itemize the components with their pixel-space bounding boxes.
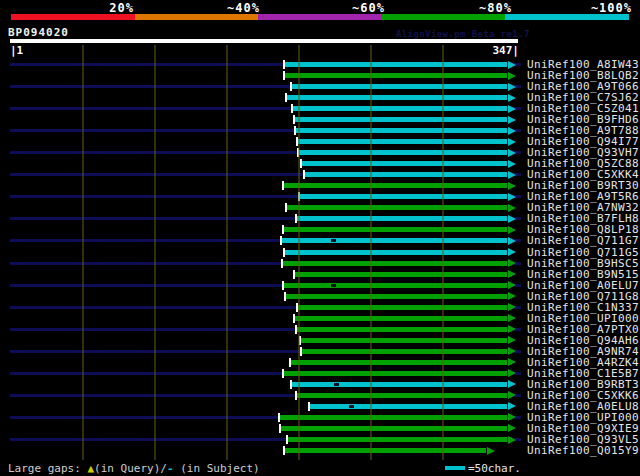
arrowhead-icon bbox=[508, 325, 516, 333]
alignment-bar[interactable] bbox=[288, 437, 507, 442]
alignment-bar[interactable] bbox=[295, 117, 507, 122]
alignment-start-tick bbox=[293, 314, 295, 323]
alignment-start-tick bbox=[283, 248, 285, 257]
alignment-bar[interactable] bbox=[296, 128, 507, 133]
alignment-bar[interactable] bbox=[285, 448, 486, 453]
alignment-bar[interactable] bbox=[302, 161, 507, 166]
alignment-bar[interactable] bbox=[295, 272, 507, 277]
alignment-bar[interactable] bbox=[301, 338, 507, 343]
arrowhead-icon bbox=[508, 424, 516, 432]
alignment-bar[interactable] bbox=[284, 227, 507, 232]
arrowhead-icon bbox=[508, 436, 516, 444]
hit-label[interactable]: UniRef100_Q711G7 bbox=[527, 235, 639, 246]
arrowhead-icon bbox=[508, 72, 516, 80]
alignment-bar[interactable] bbox=[299, 150, 507, 155]
alignment-start-tick bbox=[281, 259, 283, 268]
alignment-bar[interactable] bbox=[285, 62, 507, 67]
hit-label[interactable]: UniRef100_A0ELU7 bbox=[527, 280, 639, 291]
alignment-bar[interactable] bbox=[280, 415, 507, 420]
alignment-start-tick bbox=[295, 391, 297, 400]
alignment-start-tick bbox=[290, 380, 292, 389]
alignment-bar[interactable] bbox=[291, 360, 507, 365]
hit-label[interactable]: UniRef100_C1N337 bbox=[527, 302, 639, 313]
alignment-start-tick bbox=[279, 424, 281, 433]
arrowhead-icon bbox=[508, 226, 516, 234]
alignment-bar[interactable] bbox=[287, 205, 507, 210]
hit-label[interactable]: UniRef100_Q711G8 bbox=[527, 291, 639, 302]
arrowhead-icon bbox=[508, 83, 516, 91]
alignment-bar[interactable] bbox=[298, 305, 507, 310]
hit-label[interactable]: UniRef100_Q711G5 bbox=[527, 247, 639, 258]
alignment-bar[interactable] bbox=[305, 172, 507, 177]
alignment-bar[interactable] bbox=[297, 393, 507, 398]
alignment-start-tick bbox=[280, 236, 282, 245]
alignment-bar[interactable] bbox=[283, 261, 507, 266]
gridline bbox=[370, 45, 372, 460]
arrowhead-icon bbox=[508, 402, 516, 410]
hit-label[interactable]: UniRef100_Q015Y9 bbox=[527, 445, 639, 456]
alignment-bar[interactable] bbox=[282, 238, 507, 243]
alignment-bar[interactable] bbox=[284, 283, 507, 288]
arrowhead-icon bbox=[508, 380, 516, 388]
alignment-bar[interactable] bbox=[298, 139, 507, 144]
alignment-bar[interactable] bbox=[287, 95, 507, 100]
alignment-start-tick bbox=[300, 159, 302, 168]
arrowhead-icon bbox=[508, 105, 516, 113]
arrowhead-icon bbox=[508, 336, 516, 344]
query-scale-bar bbox=[10, 39, 518, 43]
gridline bbox=[226, 45, 228, 460]
alignment-bar[interactable] bbox=[285, 73, 507, 78]
alignment-bar[interactable] bbox=[286, 294, 507, 299]
legend-label-60: ~60% bbox=[315, 1, 385, 13]
legend-label-40: ~40% bbox=[190, 1, 260, 13]
alignment-bar[interactable] bbox=[295, 316, 507, 321]
alignment-start-tick bbox=[283, 71, 285, 80]
app-watermark: AlignView.pm Beta re1.7 bbox=[396, 29, 530, 39]
arrowhead-icon bbox=[508, 204, 516, 212]
arrowhead-icon bbox=[508, 127, 516, 135]
alignment-bar[interactable] bbox=[285, 250, 507, 255]
arrowhead-icon bbox=[508, 391, 516, 399]
alignment-bar[interactable] bbox=[293, 106, 507, 111]
alignment-bar[interactable] bbox=[284, 183, 507, 188]
large-gaps-legend: Large gaps: ▲(in Query)/- (in Subject) bbox=[8, 462, 260, 475]
hit-label[interactable]: UniRef100_B9N515 bbox=[527, 269, 639, 280]
arrowhead-icon bbox=[508, 259, 516, 267]
alignment-start-tick bbox=[282, 369, 284, 378]
alignment-bar[interactable] bbox=[297, 327, 507, 332]
alignment-bar[interactable] bbox=[292, 84, 507, 89]
alignment-start-tick bbox=[291, 104, 293, 113]
arrowhead-icon bbox=[508, 347, 516, 355]
arrowhead-icon bbox=[487, 447, 495, 455]
alignview-window: 20%~40%~60%~80%~100% BP094020 AlignView.… bbox=[0, 0, 640, 476]
arrowhead-icon bbox=[508, 138, 516, 146]
alignment-bar[interactable] bbox=[292, 382, 507, 387]
alignment-bar[interactable] bbox=[284, 371, 507, 376]
alignment-bar[interactable] bbox=[302, 349, 507, 354]
alignment-plot: UniRef100_A8IW43UniRef100_B8LQB2UniRef10… bbox=[0, 45, 640, 461]
alignment-start-tick bbox=[293, 270, 295, 279]
alignment-bar[interactable] bbox=[297, 216, 507, 221]
alignment-start-tick bbox=[286, 435, 288, 444]
alignment-start-tick bbox=[289, 358, 291, 367]
arrowhead-icon bbox=[508, 94, 516, 102]
hit-label[interactable]: UniRef100_B9HSC5 bbox=[527, 258, 639, 269]
alignment-start-tick bbox=[293, 115, 295, 124]
alignment-start-tick bbox=[295, 214, 297, 223]
arrowhead-icon bbox=[508, 61, 516, 69]
arrowhead-icon bbox=[508, 237, 516, 245]
alignment-start-tick bbox=[282, 225, 284, 234]
alignment-bar[interactable] bbox=[281, 426, 507, 431]
subject-gap-mark bbox=[331, 239, 336, 242]
alignment-bar[interactable] bbox=[300, 194, 507, 199]
alignment-start-tick bbox=[290, 82, 292, 91]
alignment-bar[interactable] bbox=[310, 404, 507, 409]
legend-label-20: 20% bbox=[64, 1, 134, 13]
arrowhead-icon bbox=[508, 358, 516, 366]
arrowhead-icon bbox=[508, 303, 516, 311]
ruler-50char-icon bbox=[445, 466, 465, 470]
alignment-start-tick bbox=[282, 281, 284, 290]
arrowhead-icon bbox=[508, 248, 516, 256]
alignment-start-tick bbox=[283, 446, 285, 455]
arrowhead-icon bbox=[508, 369, 516, 377]
